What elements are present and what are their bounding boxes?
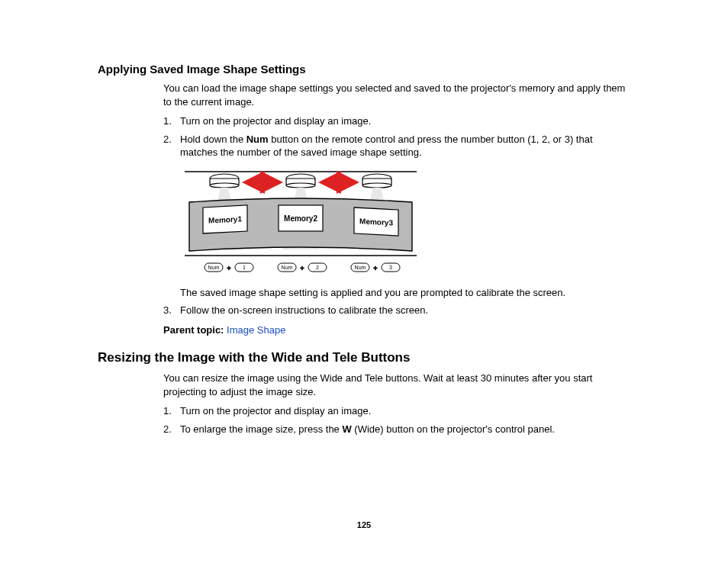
svg-text:✚: ✚: [227, 265, 231, 271]
step-text: Turn on the projector and display an ima…: [180, 404, 630, 418]
step-number: 1.: [163, 114, 180, 128]
section1-step3: 3. Follow the on-screen instructions to …: [163, 304, 630, 317]
section1-intro: You can load the image shape settings yo…: [163, 82, 630, 108]
svg-text:✚: ✚: [300, 265, 304, 271]
section2-intro: You can resize the image using the Wide …: [163, 372, 630, 398]
step-number: 3.: [163, 304, 180, 317]
step-text: To enlarge the image size, press the W (…: [180, 423, 630, 436]
svg-point-7: [286, 183, 315, 188]
svg-text:3: 3: [389, 265, 392, 270]
page-number: 125: [0, 520, 728, 529]
svg-text:Memory1: Memory1: [208, 214, 242, 224]
parent-topic-link[interactable]: Image Shape: [227, 324, 285, 336]
svg-text:Memory2: Memory2: [284, 214, 317, 223]
svg-text:Memory3: Memory3: [359, 217, 393, 227]
step-text: Turn on the projector and display an ima…: [180, 114, 630, 128]
section2-step1: 1. Turn on the projector and display an …: [163, 404, 630, 418]
svg-point-3: [210, 183, 239, 188]
section2-step2: 2. To enlarge the image size, press the …: [163, 423, 630, 436]
section1-heading: Applying Saved Image Shape Settings: [98, 63, 630, 76]
section1-step1: 1. Turn on the projector and display an …: [163, 114, 630, 128]
svg-text:Num: Num: [208, 265, 220, 270]
parent-topic-line: Parent topic: Image Shape: [163, 323, 630, 337]
step-number: 1.: [163, 404, 180, 418]
svg-text:2: 2: [316, 265, 319, 270]
step-text: Follow the on-screen instructions to cal…: [180, 304, 630, 317]
section1-step2: 2. Hold down the Num button on the remot…: [163, 133, 630, 159]
section2-heading: Resizing the Image with the Wide and Tel…: [98, 350, 630, 365]
step-number: 2.: [163, 423, 180, 436]
section1-after-figure: The saved image shape setting is applied…: [163, 286, 630, 300]
step-number: 2.: [163, 133, 180, 146]
svg-text:✚: ✚: [373, 265, 378, 271]
memory-diagram-figure: Memory1 Memory2 Memory3: [163, 166, 630, 278]
step-text: Hold down the Num button on the remote c…: [180, 133, 630, 159]
svg-text:1: 1: [243, 265, 246, 270]
svg-text:Num: Num: [355, 265, 366, 270]
svg-point-11: [362, 183, 391, 188]
step-text: The saved image shape setting is applied…: [180, 286, 630, 300]
svg-text:Num: Num: [282, 265, 293, 270]
